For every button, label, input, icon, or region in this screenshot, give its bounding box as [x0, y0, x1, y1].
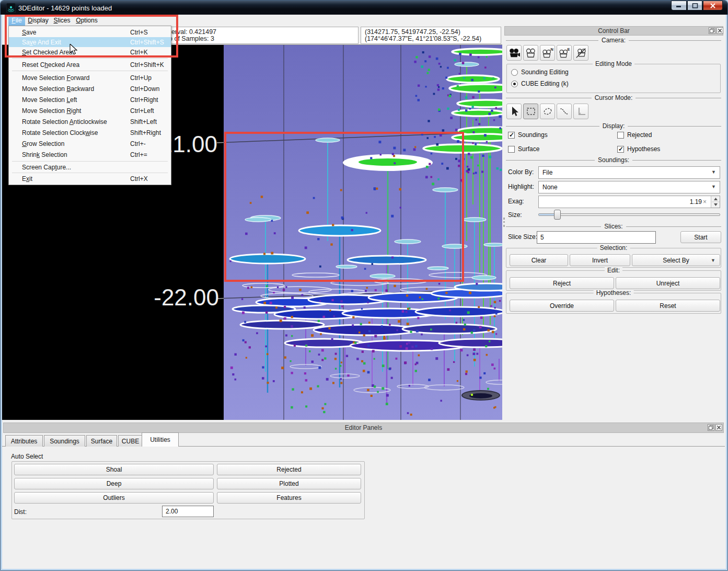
- display-section: Display:: [506, 122, 721, 130]
- checkbox-surface[interactable]: Surface: [508, 145, 539, 153]
- file-menu-item-rotate-selection-clockwise[interactable]: Rotate Selection ClockwiseShift+Right: [9, 127, 171, 138]
- tab-surface[interactable]: Surface: [86, 435, 117, 447]
- svg-text:E: E: [567, 47, 570, 52]
- control-bar-float-button[interactable]: [709, 27, 715, 34]
- coords-infobox: (314271.75, 5419747.25, -22.54) (174°46'…: [361, 27, 501, 44]
- control-bar-title[interactable]: Control Bar: [504, 26, 723, 36]
- file-menu-item-grow-selection[interactable]: Grow SelectionCtrl+-: [9, 138, 171, 149]
- features-button[interactable]: Features: [217, 492, 361, 504]
- radio-sounding-editing[interactable]: Sounding Editing: [511, 68, 569, 76]
- exag-label: Exag:: [508, 198, 524, 205]
- file-menu-item-move-selection-right[interactable]: Move Selection RightCtrl+Left: [9, 105, 171, 116]
- rect-select-tool-button[interactable]: [523, 104, 538, 119]
- camera-east-button[interactable]: E: [557, 45, 572, 61]
- editor-panels-close-button[interactable]: [715, 424, 722, 431]
- tab-utilities[interactable]: Utilities: [142, 432, 179, 447]
- file-menu-item-move-selection-forward[interactable]: Move Selection ForwardCtrl+Up: [9, 72, 171, 83]
- start-button[interactable]: Start: [680, 231, 721, 243]
- edit-section-label: Edit:: [605, 267, 622, 274]
- maximize-button[interactable]: [687, 1, 702, 10]
- editor-panels-dock: Editor Panels AttributesSoundingsSurface…: [2, 421, 725, 568]
- file-menu-item-reset-checked-area[interactable]: Reset Checked AreaCtrl+Shift+K: [9, 60, 171, 70]
- reset-button[interactable]: Reset: [616, 300, 720, 312]
- coords-line2: (174°46'47.37"E, 41°21'08.53"S, -22.54): [365, 36, 501, 42]
- file-menu-item-rotate-selection-anticlockwise[interactable]: Rotate Selection AnticlockwiseShift+Left: [9, 116, 171, 127]
- plotted-button[interactable]: Plotted: [217, 478, 361, 489]
- override-button[interactable]: Override: [510, 300, 614, 312]
- annotation-rectangle-menu: [5, 15, 178, 58]
- tab-soundings[interactable]: Soundings: [44, 435, 85, 447]
- tab-attributes[interactable]: Attributes: [5, 435, 43, 447]
- shoal-button[interactable]: Shoal: [14, 464, 214, 475]
- annotation-rectangle-selection: [224, 132, 464, 282]
- mouse-cursor: [70, 44, 79, 56]
- camera-section-label: Camera:: [598, 37, 629, 44]
- checkbox-hypotheses-label: Hypotheses: [627, 145, 660, 153]
- control-bar-close-button[interactable]: [717, 27, 723, 34]
- unreject-button[interactable]: Unreject: [616, 277, 720, 289]
- dist-input[interactable]: 2.00: [162, 506, 214, 517]
- curve-select-tool-button[interactable]: [557, 104, 572, 119]
- checkbox-surface-label: Surface: [518, 145, 539, 153]
- axis-label-lower: -22.00: [154, 286, 219, 309]
- titlebar[interactable]: 3DEditor - 14629 points loaded: [1, 1, 727, 15]
- select-by-button[interactable]: Select By▼: [632, 254, 720, 266]
- tab-cube[interactable]: CUBE: [118, 435, 143, 447]
- soundings-section: Soundings:: [506, 156, 721, 164]
- color-by-value: File: [542, 169, 552, 176]
- editor-panels-title-text: Editor Panels: [345, 424, 382, 431]
- rejected-button[interactable]: Rejected: [217, 464, 361, 475]
- clear-button[interactable]: Clear: [510, 254, 568, 266]
- checkbox-rejected-label: Rejected: [627, 131, 652, 139]
- slider-groove[interactable]: [538, 213, 720, 216]
- camera-north-button[interactable]: N: [540, 45, 555, 61]
- reject-button[interactable]: Reject: [510, 277, 614, 289]
- file-menu-item-shrink-selection[interactable]: Shrink SelectionCtrl+=: [9, 149, 171, 160]
- editor-panels-title[interactable]: Editor Panels: [3, 422, 724, 433]
- pointer-tool-button[interactable]: [506, 104, 522, 119]
- editor-panels-float-button[interactable]: [708, 424, 714, 431]
- exag-spin-buttons[interactable]: [711, 196, 720, 208]
- angle-select-tool-button[interactable]: [573, 104, 588, 119]
- stats-line2: No of Samples: 3: [164, 36, 358, 42]
- close-button[interactable]: [703, 1, 723, 10]
- slice-size-input[interactable]: 5: [537, 231, 656, 244]
- file-menu-item-move-selection-backward[interactable]: Move Selection BackwardCtrl+Down: [9, 83, 171, 94]
- display-section-label: Display:: [599, 122, 628, 130]
- chevron-down-icon: ▼: [711, 169, 716, 175]
- soundings-section-label: Soundings:: [595, 156, 632, 164]
- minimize-button[interactable]: [671, 1, 687, 10]
- slider-handle[interactable]: [554, 210, 561, 220]
- highlight-combo[interactable]: None▼: [538, 181, 720, 193]
- checkbox-rejected[interactable]: Rejected: [617, 131, 652, 139]
- slices-section-label: Slices:: [601, 223, 626, 230]
- editing-mode-title: Editing Mode: [593, 60, 634, 67]
- dist-value: 2.00: [166, 508, 178, 515]
- selection-section-label: Selection:: [597, 244, 630, 252]
- invert-button[interactable]: Invert: [570, 254, 630, 266]
- camera-outline-button[interactable]: [523, 45, 538, 61]
- camera-solid-button[interactable]: [506, 45, 522, 61]
- checkbox-soundings[interactable]: Soundings: [508, 131, 548, 139]
- checkbox-hypotheses[interactable]: Hypotheses: [617, 145, 660, 153]
- exag-spinbox[interactable]: 1.19×: [538, 196, 720, 208]
- deep-button[interactable]: Deep: [14, 478, 214, 489]
- app-icon: [6, 3, 16, 13]
- highlight-value: None: [542, 184, 558, 191]
- lasso-select-tool-button[interactable]: [540, 104, 555, 119]
- file-menu-item-screen-capture[interactable]: Screen Capture...: [9, 163, 171, 172]
- slices-section: Slices:: [506, 223, 721, 230]
- dist-label: Dist:: [14, 508, 27, 516]
- stats-infobox: Interval: 0.421497 No of Samples: 3: [157, 27, 359, 44]
- file-menu-item-exit[interactable]: ExitCtrl+X: [9, 174, 171, 184]
- cursor-mode-section-label: Cursor Mode:: [592, 94, 636, 101]
- camera-reset-button[interactable]: [573, 45, 588, 61]
- radio-cube-editing[interactable]: CUBE Editing (k): [511, 80, 569, 87]
- file-menu-item-move-selection-left[interactable]: Move Selection LeftCtrl+Right: [9, 94, 171, 105]
- outliers-button[interactable]: Outliers: [14, 492, 214, 504]
- color-by-combo[interactable]: File▼: [538, 166, 720, 179]
- color-by-label: Color By:: [508, 168, 534, 176]
- dock-gripper[interactable]: [503, 218, 505, 227]
- size-slider[interactable]: [538, 209, 720, 220]
- control-bar-panel: Control Bar Camera: N E Editing Mode Sou…: [503, 25, 725, 419]
